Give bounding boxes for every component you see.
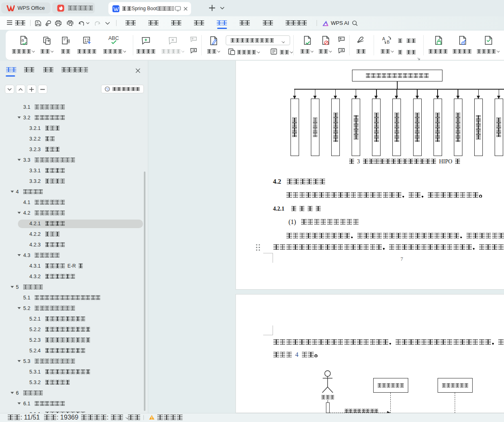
svg-text:a: a (22, 37, 24, 42)
svg-text:B: B (387, 40, 390, 44)
svg-text:ABC: ABC (108, 35, 119, 41)
svg-text:A: A (382, 36, 385, 41)
svg-text:12: 12 (84, 38, 89, 43)
